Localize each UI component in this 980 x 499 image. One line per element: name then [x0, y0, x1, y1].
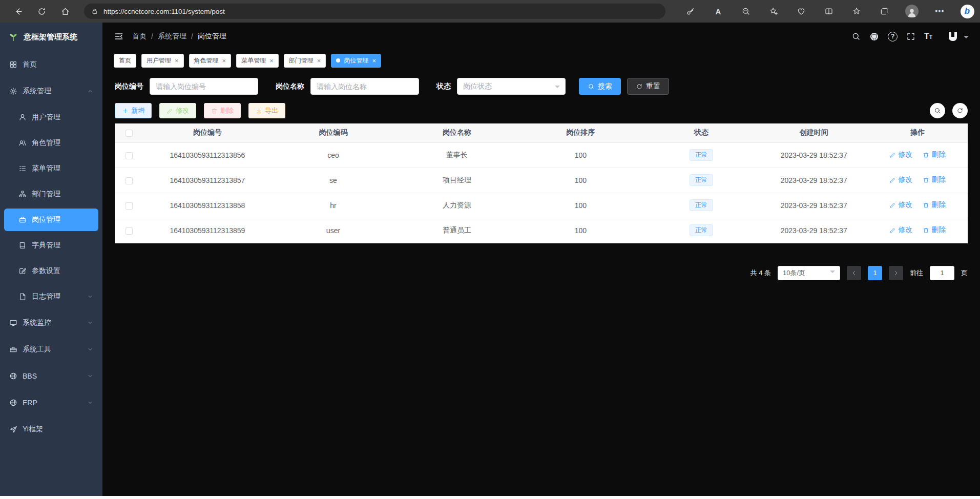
- goto-page-input[interactable]: [930, 266, 954, 280]
- cell-actions: 修改 删除: [868, 218, 968, 243]
- zoom-button[interactable]: [738, 3, 754, 20]
- sidebar-item-label: Yi框架: [23, 425, 43, 434]
- close-icon[interactable]: ×: [372, 57, 376, 64]
- row-delete-link[interactable]: 删除: [923, 225, 946, 235]
- row-delete-link[interactable]: 删除: [923, 200, 946, 210]
- tab-home[interactable]: 首页: [114, 54, 136, 68]
- delete-button[interactable]: 删除: [204, 103, 241, 118]
- row-checkbox[interactable]: [126, 202, 133, 210]
- status-select[interactable]: 岗位状态: [457, 78, 566, 95]
- row-checkbox[interactable]: [126, 152, 133, 159]
- next-page-button[interactable]: [889, 266, 903, 280]
- sidebar-item-post-management[interactable]: 岗位管理: [4, 209, 98, 231]
- sidebar-item-log-management[interactable]: 日志管理: [0, 284, 102, 309]
- reset-button[interactable]: 重置: [627, 78, 669, 95]
- show-search-toggle-button[interactable]: [930, 103, 945, 118]
- row-checkbox[interactable]: [126, 227, 133, 235]
- row-edit-link[interactable]: 修改: [889, 200, 912, 210]
- chevron-down-icon: [830, 271, 835, 276]
- post-name-input[interactable]: [310, 78, 419, 95]
- edit-button[interactable]: 修改: [159, 103, 196, 118]
- collections-button[interactable]: [877, 3, 892, 20]
- page-size-select[interactable]: 10条/页: [778, 266, 840, 280]
- row-edit-link[interactable]: 修改: [889, 150, 912, 159]
- sidebar-item-dept-management[interactable]: 部门管理: [0, 181, 102, 207]
- close-icon[interactable]: ×: [222, 57, 226, 64]
- row-checkbox[interactable]: [126, 177, 133, 184]
- row-delete-link[interactable]: 删除: [923, 150, 946, 159]
- home-button[interactable]: [56, 3, 74, 20]
- split-screen-button[interactable]: [821, 3, 837, 20]
- header-search-button[interactable]: [851, 32, 861, 41]
- sidebar-item-menu-management[interactable]: 菜单管理: [0, 156, 102, 181]
- help-button[interactable]: ?: [888, 32, 898, 41]
- read-aloud-button[interactable]: A: [711, 3, 726, 20]
- favorites-add-button[interactable]: [766, 3, 781, 20]
- cell-post-code: hr: [272, 193, 395, 218]
- profile-button[interactable]: [904, 3, 920, 20]
- add-button[interactable]: 新增: [115, 103, 152, 118]
- close-icon[interactable]: ×: [317, 57, 321, 64]
- refresh-table-button[interactable]: [952, 103, 968, 118]
- prev-page-button[interactable]: [847, 266, 861, 280]
- checkbox-cell: [115, 168, 143, 193]
- sidebar-item-yi-framework[interactable]: Yi框架: [0, 416, 102, 443]
- table-header-row: 岗位编号 岗位编码 岗位名称 岗位排序 状态 创建时间 操作: [115, 123, 968, 142]
- sidebar-item-erp[interactable]: ERP: [0, 389, 102, 416]
- download-icon: [256, 108, 262, 114]
- favorites-button[interactable]: [849, 3, 864, 20]
- status-badge: 正常: [690, 199, 713, 212]
- sidebar-item-dict-management[interactable]: 字典管理: [0, 233, 102, 258]
- status-badge: 正常: [690, 224, 713, 237]
- tab-post-management[interactable]: 岗位管理 ×: [331, 54, 381, 68]
- heart-pulse-icon: [797, 7, 806, 16]
- sidebar-item-label: 部门管理: [32, 190, 60, 199]
- page-number-button[interactable]: 1: [868, 266, 882, 280]
- tab-user-management[interactable]: 用户管理 ×: [141, 54, 184, 68]
- select-all-checkbox[interactable]: [126, 130, 133, 137]
- browser-menu-button[interactable]: ⋯: [932, 3, 947, 20]
- fullscreen-button[interactable]: [906, 32, 915, 41]
- bing-button[interactable]: b: [960, 3, 975, 20]
- sidebar-item-label: 首页: [23, 60, 37, 69]
- tab-role-management[interactable]: 角色管理 ×: [189, 54, 232, 68]
- font-size-button[interactable]: TT: [924, 32, 932, 40]
- close-icon[interactable]: ×: [269, 57, 274, 64]
- sidebar-item-bbs[interactable]: BBS: [0, 363, 102, 389]
- sidebar-item-system-tools[interactable]: 系统工具: [0, 336, 102, 363]
- browser-essentials-button[interactable]: [794, 3, 809, 20]
- breadcrumb-item[interactable]: 系统管理: [158, 32, 186, 41]
- password-key-button[interactable]: [683, 3, 698, 20]
- edit-icon: [889, 177, 896, 183]
- export-button[interactable]: 导出: [248, 103, 285, 118]
- close-icon[interactable]: ×: [175, 57, 179, 64]
- sidebar-item-system-management[interactable]: 系统管理: [0, 78, 102, 105]
- table-body: 1641030593112313856 ceo 董事长 100 正常 2023-…: [115, 142, 968, 243]
- sidebar-item-label: 日志管理: [32, 292, 60, 301]
- sidebar-item-user-management[interactable]: 用户管理: [0, 105, 102, 130]
- row-delete-link[interactable]: 删除: [923, 175, 946, 184]
- search-button[interactable]: 搜索: [579, 78, 621, 95]
- row-edit-link[interactable]: 修改: [889, 225, 912, 235]
- user-dropdown[interactable]: [945, 30, 969, 43]
- sidebar-item-system-monitor[interactable]: 系统监控: [0, 309, 102, 336]
- refresh-button[interactable]: [33, 3, 50, 20]
- chevron-down-icon: [87, 400, 93, 406]
- sidebar-item-home[interactable]: 首页: [0, 51, 102, 78]
- tab-menu-management[interactable]: 菜单管理 ×: [236, 54, 279, 68]
- post-id-input[interactable]: [150, 78, 258, 95]
- sidebar-item-label: 角色管理: [32, 138, 60, 148]
- app-logo[interactable]: 意框架管理系统: [0, 23, 102, 51]
- breadcrumb: 首页 / 系统管理 / 岗位管理: [132, 32, 226, 41]
- address-bar[interactable]: https://ccnetcore.com:1101/system/post: [84, 4, 665, 19]
- cell-created: 2023-03-29 18:52:37: [760, 168, 868, 193]
- github-button[interactable]: [869, 32, 879, 41]
- back-button[interactable]: [9, 3, 27, 20]
- row-edit-link[interactable]: 修改: [889, 175, 912, 184]
- sidebar-item-param-settings[interactable]: 参数设置: [0, 258, 102, 284]
- sidebar-item-role-management[interactable]: 角色管理: [0, 130, 102, 156]
- collapse-sidebar-button[interactable]: [114, 31, 124, 41]
- breadcrumb-item[interactable]: 首页: [132, 32, 147, 41]
- tab-dept-management[interactable]: 部门管理 ×: [284, 54, 326, 68]
- sidebar-item-label: 系统工具: [23, 345, 51, 354]
